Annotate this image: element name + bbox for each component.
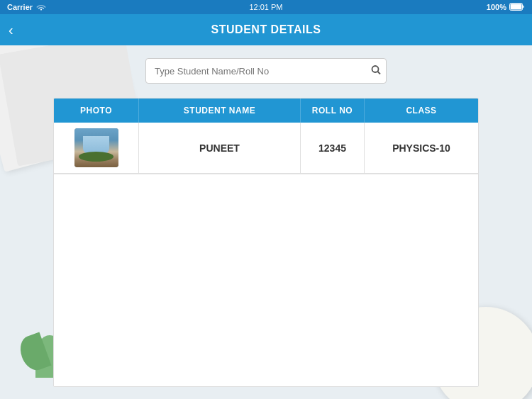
main-content: PHOTO STUDENT NAME ROLL NO CLASS PUNEET … — [0, 45, 532, 399]
table-header: PHOTO STUDENT NAME ROLL NO CLASS — [54, 99, 478, 123]
svg-line-3 — [378, 72, 381, 74]
battery-icon — [509, 3, 525, 12]
status-right: 100% — [487, 3, 525, 12]
status-left: Carrier — [7, 3, 46, 12]
table-row[interactable]: PUNEET 12345 PHYSICS-10 — [54, 123, 478, 174]
cell-roll-no: 12345 — [301, 123, 365, 173]
table-body: PUNEET 12345 PHYSICS-10 — [54, 123, 478, 386]
col-header-photo: PHOTO — [54, 99, 139, 123]
cell-photo — [54, 123, 139, 173]
col-header-student-name: STUDENT NAME — [139, 99, 301, 123]
wifi-icon — [36, 3, 46, 12]
search-bar-container — [145, 58, 387, 84]
cell-student-name: PUNEET — [139, 123, 301, 173]
svg-point-2 — [372, 66, 379, 72]
nav-bar: ‹ STUDENT DETAILS — [0, 14, 532, 45]
carrier-label: Carrier — [7, 3, 33, 11]
page-title: STUDENT DETAILS — [211, 23, 321, 36]
status-time: 12:01 PM — [249, 3, 282, 11]
status-bar: Carrier 12:01 PM 100% — [0, 0, 532, 14]
avatar-image — [74, 128, 118, 167]
back-chevron-icon: ‹ — [9, 22, 13, 38]
col-header-class: CLASS — [365, 99, 478, 123]
svg-rect-1 — [511, 4, 522, 9]
search-icon[interactable] — [371, 65, 381, 77]
empty-table-area — [54, 174, 478, 386]
student-table: PHOTO STUDENT NAME ROLL NO CLASS PUNEET … — [53, 98, 479, 387]
search-input[interactable] — [145, 58, 387, 84]
col-header-roll-no: ROLL NO — [301, 99, 365, 123]
back-button[interactable]: ‹ — [9, 22, 13, 38]
student-avatar — [74, 128, 118, 167]
battery-label: 100% — [487, 3, 506, 11]
cell-class: PHYSICS-10 — [365, 123, 478, 173]
